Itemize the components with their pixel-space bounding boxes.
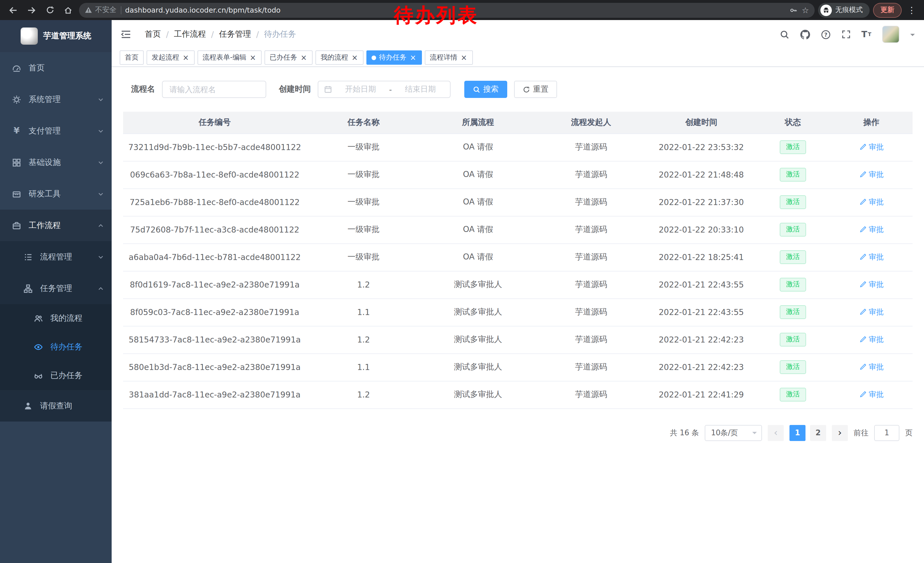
cell-process: 测试多审批人 bbox=[421, 381, 535, 408]
user-avatar[interactable] bbox=[882, 26, 899, 43]
home-button[interactable] bbox=[61, 3, 76, 18]
breadcrumb-separator: / bbox=[211, 30, 213, 39]
page-number[interactable]: 1 bbox=[789, 425, 806, 441]
cell-process: OA 请假 bbox=[421, 243, 535, 271]
calendar-icon bbox=[324, 86, 332, 93]
reset-button[interactable]: 重置 bbox=[514, 81, 557, 98]
sidebar-item-task-management[interactable]: 任务管理 bbox=[0, 273, 112, 304]
table-row: 8f059c03-7ac8-11ec-a9e2-a2380e71991a1.1测… bbox=[123, 299, 912, 326]
sidebar-item-todo-tasks[interactable]: 待办任务 bbox=[0, 333, 112, 362]
search-button[interactable]: 搜索 bbox=[464, 81, 507, 98]
sidebar-item-system[interactable]: 系统管理 bbox=[0, 84, 112, 115]
approve-link[interactable]: 审批 bbox=[859, 335, 884, 345]
cell-status: 激活 bbox=[756, 326, 830, 353]
sidebar-item-label: 系统管理 bbox=[28, 94, 91, 105]
sidebar-item-done-tasks[interactable]: 已办任务 bbox=[0, 362, 112, 390]
status-badge: 激活 bbox=[780, 360, 806, 374]
update-button[interactable]: 更新 bbox=[873, 3, 902, 18]
address-bar[interactable]: 不安全 dashboard.yudao.iocoder.cn/bpm/task/… bbox=[79, 3, 814, 18]
password-key-icon[interactable] bbox=[790, 6, 798, 14]
toolbox-icon bbox=[12, 189, 22, 198]
goto-page-input[interactable] bbox=[874, 425, 899, 441]
forward-button[interactable] bbox=[24, 3, 39, 18]
cell-name: 一级审批 bbox=[306, 216, 421, 243]
tab-close-icon[interactable]: × bbox=[249, 54, 257, 61]
tab-close-icon[interactable]: × bbox=[410, 54, 417, 61]
tab-close-icon[interactable]: × bbox=[351, 54, 358, 61]
page-size-select[interactable]: 10条/页 bbox=[705, 425, 762, 441]
approve-link[interactable]: 审批 bbox=[859, 252, 884, 262]
cell-name: 1.2 bbox=[306, 271, 421, 299]
column-header: 任务编号 bbox=[123, 112, 306, 134]
fullscreen-icon[interactable] bbox=[841, 30, 850, 39]
prev-page-button[interactable]: ‹ bbox=[768, 425, 784, 441]
tab-label: 发起流程 bbox=[152, 53, 179, 62]
page-number[interactable]: 2 bbox=[810, 425, 826, 441]
breadcrumb: 首页/工作流程/任务管理/待办任务 bbox=[145, 29, 296, 39]
sidebar-item-payment[interactable]: ¥ 支付管理 bbox=[0, 115, 112, 147]
approve-link[interactable]: 审批 bbox=[859, 170, 884, 180]
view-tab[interactable]: 已办任务× bbox=[264, 50, 313, 65]
update-label: 更新 bbox=[880, 5, 894, 15]
bookmark-star-icon[interactable]: ☆ bbox=[802, 6, 809, 15]
approve-link[interactable]: 审批 bbox=[859, 362, 884, 372]
sidebar-item-leave-query[interactable]: 请假查询 bbox=[0, 390, 112, 422]
view-tab[interactable]: 首页 bbox=[120, 50, 144, 65]
reload-button[interactable] bbox=[42, 3, 57, 18]
status-badge: 激活 bbox=[780, 195, 806, 209]
edit-icon bbox=[859, 336, 867, 343]
chevron-down-icon bbox=[98, 159, 104, 165]
date-range-picker[interactable]: 开始日期 - 结束日期 bbox=[318, 81, 450, 98]
edit-icon bbox=[859, 226, 867, 233]
sidebar-toggle[interactable] bbox=[121, 30, 136, 39]
approve-link[interactable]: 审批 bbox=[859, 279, 884, 290]
sidebar-item-workflow[interactable]: 工作流程 bbox=[0, 210, 112, 241]
approve-link[interactable]: 审批 bbox=[859, 142, 884, 152]
approve-link[interactable]: 审批 bbox=[859, 307, 884, 317]
github-icon[interactable] bbox=[800, 30, 810, 39]
pagination: 共 16 条 10条/页 ‹ 12 › 前往 页 bbox=[123, 425, 912, 458]
approve-link[interactable]: 审批 bbox=[859, 197, 884, 207]
font-size-icon[interactable]: TT bbox=[861, 30, 872, 39]
tab-close-icon[interactable]: × bbox=[182, 54, 189, 61]
view-tab[interactable]: 我的流程× bbox=[315, 50, 363, 65]
breadcrumb-item[interactable]: 任务管理 bbox=[219, 29, 251, 39]
sidebar-item-process-management[interactable]: 流程管理 bbox=[0, 241, 112, 273]
view-tab[interactable]: 发起流程× bbox=[147, 50, 195, 65]
security-status[interactable]: 不安全 bbox=[85, 5, 117, 15]
cell-created: 2022-01-21 22:43:55 bbox=[647, 299, 756, 326]
back-button[interactable] bbox=[6, 3, 21, 18]
search-icon[interactable] bbox=[780, 30, 789, 39]
incognito-badge[interactable]: 无痕模式 bbox=[818, 3, 870, 18]
process-name-input[interactable] bbox=[162, 81, 266, 98]
table-row: 725a1eb6-7b88-11ec-8ef0-acde48001122一级审批… bbox=[123, 188, 912, 216]
browser-menu-icon[interactable]: ⋮ bbox=[905, 5, 918, 15]
app-logo[interactable]: 芋道管理系统 bbox=[0, 20, 112, 52]
briefcase-icon bbox=[12, 221, 22, 230]
sidebar-item-infrastructure[interactable]: 基础设施 bbox=[0, 147, 112, 178]
tab-close-icon[interactable]: × bbox=[300, 54, 308, 61]
next-page-button[interactable]: › bbox=[832, 425, 848, 441]
view-tab[interactable]: 待办任务× bbox=[366, 50, 422, 65]
view-tab[interactable]: 流程详情× bbox=[425, 50, 473, 65]
view-tab[interactable]: 流程表单-编辑× bbox=[198, 50, 262, 65]
help-icon[interactable]: ? bbox=[820, 30, 830, 39]
cell-action: 审批 bbox=[830, 243, 912, 271]
cell-status: 激活 bbox=[756, 381, 830, 408]
tab-close-icon[interactable]: × bbox=[460, 54, 468, 61]
table-row: 580e1b3d-7ac8-11ec-a9e2-a2380e71991a1.1测… bbox=[123, 353, 912, 381]
cell-process: 测试多审批人 bbox=[421, 326, 535, 353]
sidebar-item-my-process[interactable]: 我的流程 bbox=[0, 304, 112, 333]
sidebar-item-label: 请假查询 bbox=[40, 401, 104, 411]
breadcrumb-item[interactable]: 首页 bbox=[145, 29, 161, 39]
cell-status: 激活 bbox=[756, 161, 830, 188]
cell-process: 测试多审批人 bbox=[421, 299, 535, 326]
approve-link[interactable]: 审批 bbox=[859, 225, 884, 235]
approve-link[interactable]: 审批 bbox=[859, 389, 884, 400]
sidebar-item-home[interactable]: 首页 bbox=[0, 52, 112, 84]
avatar-dropdown-caret[interactable] bbox=[910, 33, 915, 38]
cell-name: 一级审批 bbox=[306, 161, 421, 188]
incognito-icon bbox=[820, 4, 832, 16]
breadcrumb-item[interactable]: 工作流程 bbox=[174, 29, 206, 39]
sidebar-item-devtools[interactable]: 研发工具 bbox=[0, 178, 112, 210]
